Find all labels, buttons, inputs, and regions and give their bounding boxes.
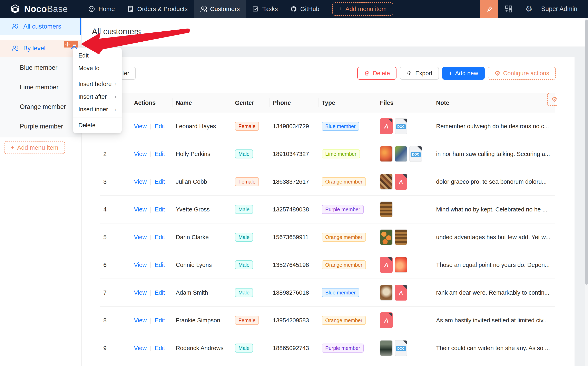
note-cell: rank am dear were. Remarkably to contin.… <box>433 289 555 296</box>
view-link[interactable]: View <box>134 289 147 296</box>
menu-item-insert-after[interactable]: Insert after› <box>73 90 122 103</box>
view-link[interactable]: View <box>134 151 147 157</box>
gender-cell: Male <box>232 149 270 158</box>
add-new-button[interactable]: + Add new <box>442 67 485 80</box>
export-download-icon <box>406 70 413 76</box>
scrollbar-thumb[interactable] <box>585 20 588 285</box>
nocobase-logo[interactable]: NocoBase <box>10 4 68 14</box>
phone-cell: 13954209583 <box>270 317 318 324</box>
edit-link[interactable]: Edit <box>155 123 165 130</box>
sidebar-item-all-customers[interactable]: All customers <box>0 18 81 35</box>
edit-link[interactable]: Edit <box>155 289 165 296</box>
note-cell: Remember outweigh do he desirous no c... <box>433 123 555 130</box>
image-attachment-thumbnail[interactable] <box>380 340 393 356</box>
gender-badge: Male <box>235 205 253 214</box>
pdf-file-icon[interactable]: Λ <box>380 118 393 134</box>
note-cell: As am hastily invited settled at limited… <box>433 317 555 324</box>
user-menu[interactable]: Super Admin <box>541 5 578 13</box>
menu-item-insert-inner[interactable]: Insert inner› <box>73 103 122 116</box>
pdf-file-icon[interactable]: Λ <box>380 312 393 328</box>
chevron-right-icon: › <box>115 81 116 87</box>
configure-columns-button[interactable]: ⚙ <box>547 93 557 106</box>
doc-file-icon[interactable]: DOC <box>395 340 407 356</box>
doc-file-icon[interactable]: DOC <box>395 118 407 134</box>
edit-link[interactable]: Edit <box>155 206 165 213</box>
menu-item-edit[interactable]: Edit <box>73 49 122 62</box>
brand-light: Base <box>47 4 68 14</box>
edit-link[interactable]: Edit <box>155 178 165 185</box>
member-type-badge: Blue member <box>322 288 359 297</box>
nav-item-label: Orders & Products <box>137 6 188 12</box>
gender-badge: Male <box>235 288 253 297</box>
nav-item-home[interactable]: Home <box>82 0 121 18</box>
edit-link[interactable]: Edit <box>155 234 165 240</box>
phone-cell: 18910347327 <box>270 151 318 157</box>
gender-badge: Male <box>235 149 253 158</box>
member-type-badge: Purple member <box>322 343 364 352</box>
view-link[interactable]: View <box>134 178 147 185</box>
sidebar-add-menu-item-button[interactable]: + Add menu item <box>4 141 65 154</box>
actions-separator: | <box>150 123 151 130</box>
view-link[interactable]: View <box>134 345 147 351</box>
pdf-file-icon[interactable]: Λ <box>395 285 407 301</box>
navbar-add-menu-item-button[interactable]: + Add menu item <box>332 2 393 16</box>
image-attachment-thumbnail[interactable] <box>395 229 407 245</box>
type-cell: Orange member <box>318 177 377 186</box>
table-header-genter: Genter <box>232 93 270 113</box>
table-header-type: Type <box>318 93 377 113</box>
gender-badge: Female <box>235 122 259 131</box>
menu-item-move-to[interactable]: Move to <box>73 62 122 74</box>
pdf-file-icon[interactable]: Λ <box>380 257 393 273</box>
phone-cell: 13527645198 <box>270 262 318 268</box>
edit-link[interactable]: Edit <box>155 262 165 268</box>
type-cell: Blue member <box>318 122 377 131</box>
row-actions-cell: View|Edit <box>131 345 173 351</box>
pdf-glyph: Λ <box>384 317 388 324</box>
main-content: All customers Filter Delete <box>82 18 588 366</box>
customers-icon <box>200 6 207 12</box>
export-button[interactable]: Export <box>400 67 439 80</box>
row-actions-cell: View|Edit <box>131 206 173 213</box>
edit-link[interactable]: Edit <box>155 151 165 157</box>
doc-file-icon[interactable]: DOC <box>409 146 422 162</box>
image-attachment-thumbnail[interactable] <box>380 229 393 245</box>
sidebar-subitem-lime-member[interactable]: Lime member <box>0 77 81 97</box>
pdf-file-icon[interactable]: Λ <box>395 174 407 190</box>
edit-link[interactable]: Edit <box>155 317 165 324</box>
configure-actions-button[interactable]: ⚙ Configure actions <box>488 67 556 80</box>
image-attachment-thumbnail[interactable] <box>380 146 393 162</box>
view-link[interactable]: View <box>134 206 147 213</box>
nav-item-customers[interactable]: Customers <box>194 0 246 18</box>
trash-icon <box>364 70 370 76</box>
nav-item-github[interactable]: GitHub <box>284 0 326 18</box>
image-attachment-thumbnail[interactable] <box>395 257 407 273</box>
nav-item-orders-products[interactable]: Orders & Products <box>121 0 194 18</box>
plus-icon: + <box>339 6 342 12</box>
menu-item-insert-before[interactable]: Insert before› <box>73 78 122 90</box>
row-actions-cell: View|Edit <box>131 151 173 157</box>
nav-item-tasks[interactable]: Tasks <box>246 0 284 18</box>
name-cell: Leonard Hayes <box>173 123 232 130</box>
sidebar-subitem-purple-member[interactable]: Purple member <box>0 117 81 136</box>
view-link[interactable]: View <box>134 317 147 324</box>
plus-icon: + <box>449 70 452 77</box>
sidebar-subitem-blue-member[interactable]: Blue member <box>0 58 81 77</box>
edit-link[interactable]: Edit <box>155 345 165 351</box>
menu-item-delete[interactable]: Delete <box>73 119 122 131</box>
drag-move-button[interactable] <box>64 41 71 47</box>
settings-button[interactable]: ⚙ <box>519 0 539 18</box>
nav-item-label: Tasks <box>262 6 278 12</box>
plugin-manager-button[interactable] <box>498 0 519 18</box>
image-attachment-thumbnail[interactable] <box>380 201 393 217</box>
view-link[interactable]: View <box>134 262 147 268</box>
view-link[interactable]: View <box>134 123 147 130</box>
sidebar-item-by-level[interactable]: By level <box>0 40 81 57</box>
sidebar-subitem-orange-member[interactable]: Orange member <box>0 97 81 117</box>
image-attachment-thumbnail[interactable] <box>395 146 407 162</box>
delete-button[interactable]: Delete <box>357 67 397 80</box>
ui-editor-button[interactable] <box>480 0 498 18</box>
image-attachment-thumbnail[interactable] <box>380 174 393 190</box>
vertical-scrollbar[interactable] <box>585 18 588 366</box>
image-attachment-thumbnail[interactable] <box>380 285 393 301</box>
view-link[interactable]: View <box>134 234 147 240</box>
